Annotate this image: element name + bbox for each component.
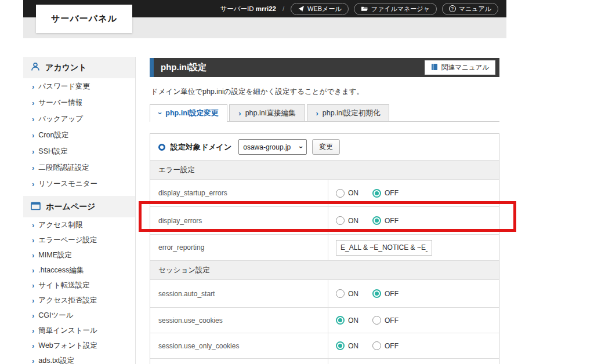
sidebar-item-label: アクセス拒否設定 [38, 296, 97, 305]
chevron-right-icon: › [32, 357, 34, 364]
filemanager-button[interactable]: ファイルマネージャ [354, 3, 437, 15]
change-button[interactable]: 変更 [312, 139, 340, 155]
chevron-right-icon: › [32, 342, 34, 350]
sidebar-item[interactable]: ›MIME設定 [23, 247, 135, 263]
domain-select[interactable]: osawa-group.jp › [238, 139, 307, 155]
sidebar-section-header: アカウント [23, 57, 135, 78]
sidebar-item[interactable]: ›サーバー情報 [23, 94, 135, 111]
webmail-button[interactable]: WEBメール [291, 3, 349, 15]
sidebar-item-label: エラーページ設定 [38, 235, 97, 245]
page-title: php.ini設定 [161, 62, 207, 73]
radio-off-option[interactable]: OFF [372, 189, 399, 198]
chevron-right-icon: › [32, 83, 34, 90]
radio-label: ON [348, 189, 358, 197]
sidebar-item[interactable]: ›エラーページ設定 [23, 232, 135, 247]
sidebar-item[interactable]: ›Webフォント設定 [23, 338, 135, 353]
section-label: エラー設定 [158, 165, 195, 175]
page-description: ドメイン単位でphp.iniの設定を細かく設定することができます。 [151, 87, 499, 97]
page-title-bar: php.ini設定 関連マニュアル [150, 58, 499, 77]
radio-on-icon[interactable] [336, 341, 345, 350]
radio-off-icon[interactable] [372, 316, 381, 325]
person-icon [31, 62, 40, 73]
radio-off-option[interactable]: OFF [372, 316, 399, 325]
radio-on-option[interactable]: ON [336, 316, 358, 325]
radio-off-option[interactable]: OFF [372, 289, 399, 298]
radio-off-option[interactable]: OFF [372, 341, 399, 350]
tab-phpini-initialize[interactable]: › php.ini設定初期化 [307, 104, 390, 121]
chevron-down-icon: › [298, 146, 305, 148]
setting-row: display_errorsONOFF [150, 206, 499, 234]
radio-on-option[interactable]: ON [336, 341, 358, 350]
sidebar-item[interactable]: ›パスワード変更 [23, 78, 135, 94]
domain-bullet-icon [158, 144, 165, 151]
sidebar-item[interactable]: ›SSH設定 [23, 143, 135, 159]
sidebar-item[interactable]: ›アクセス制限 [23, 217, 135, 232]
radio-on-option[interactable]: ON [336, 216, 358, 225]
radio-on-icon[interactable] [336, 289, 345, 298]
sidebar-item-label: CGIツール [38, 311, 73, 321]
sidebar-item-label: パスワード変更 [38, 82, 90, 92]
radio-on-icon[interactable] [336, 316, 345, 325]
sidebar-item[interactable]: ›リソースモニター [23, 176, 135, 192]
sidebar-item[interactable]: ›CGIツール [23, 308, 135, 323]
section-header-row: エラー設定 [150, 160, 499, 179]
setting-row: session.use_cookiesONOFF [150, 307, 499, 333]
radio-off-icon[interactable] [372, 189, 381, 198]
chevron-down-icon: › [157, 112, 164, 114]
manual-pill-button[interactable]: ? マニュアル [442, 3, 498, 15]
tab-phpini-direct-edit[interactable]: › php.ini直接編集 [229, 104, 305, 121]
chevron-right-icon: › [32, 132, 34, 139]
chevron-right-icon: › [32, 221, 34, 229]
setting-row: session.auto_startONOFF [150, 279, 499, 307]
setting-name: session.use_cookies [150, 308, 328, 333]
setting-name: error_reporting [150, 235, 328, 260]
folder-icon [361, 5, 368, 12]
related-manual-button[interactable]: 関連マニュアル [425, 60, 495, 75]
setting-name: session.use_only_cookies [150, 333, 328, 358]
sidebar-item-label: Webフォント設定 [38, 341, 97, 351]
tab-phpini-setting-change[interactable]: › php.ini設定変更 [150, 104, 227, 121]
radio-on-icon[interactable] [336, 216, 345, 225]
sidebar-item-label: ads.txt設定 [38, 356, 74, 364]
chevron-right-icon: › [316, 110, 318, 117]
radio-off-option[interactable]: OFF [372, 216, 399, 225]
chevron-right-icon: › [32, 164, 34, 172]
chevron-right-icon: › [32, 115, 34, 123]
section-header-row: セッション設定 [150, 260, 499, 279]
radio-off-icon[interactable] [372, 341, 381, 350]
chevron-right-icon: › [32, 99, 34, 107]
send-icon [298, 5, 305, 12]
sidebar-item-label: リソースモニター [38, 179, 97, 189]
setting-value-cell: ONOFF [328, 180, 499, 206]
setting-value-cell: ONOFF [328, 207, 499, 234]
server-panel-logo[interactable]: サーバーパネル [36, 5, 132, 33]
sidebar-item[interactable]: ›簡単インストール [23, 323, 135, 338]
chevron-right-icon: › [32, 236, 34, 244]
sidebar-item[interactable]: ›.htaccess編集 [23, 263, 135, 278]
sidebar-item[interactable]: ›サイト転送設定 [23, 278, 135, 293]
radio-label: ON [348, 316, 358, 325]
radio-on-option[interactable]: ON [336, 289, 358, 298]
setting-value-cell: ONOFF [328, 308, 499, 333]
settings-table: 設定対象ドメイン osawa-group.jp › 変更 エラー設定displa… [150, 133, 499, 364]
header-separator: / [282, 5, 284, 12]
radio-on-option[interactable]: ON [336, 189, 358, 198]
setting-value-cell [328, 235, 499, 260]
chevron-right-icon: › [32, 282, 34, 289]
setting-value-cell: ONOFF [328, 333, 499, 358]
radio-off-icon[interactable] [372, 289, 381, 298]
error_reporting-input[interactable] [336, 240, 432, 256]
sidebar-item[interactable]: ›ads.txt設定 [23, 353, 135, 364]
sidebar-item[interactable]: ›バックアップ [23, 111, 135, 127]
chevron-right-icon: › [238, 110, 241, 117]
setting-row: session.use_only_cookiesONOFF [150, 333, 499, 358]
setting-row: ONOFF [150, 358, 499, 364]
sidebar-item[interactable]: ›Cron設定 [23, 127, 135, 143]
sidebar-item-label: MIME設定 [38, 250, 72, 260]
sidebar-section-title: ホームページ [46, 202, 95, 212]
radio-on-icon[interactable] [336, 189, 345, 198]
sidebar-item-label: サーバー情報 [38, 98, 82, 108]
radio-off-icon[interactable] [372, 216, 381, 225]
sidebar-item[interactable]: ›二段階認証設定 [23, 159, 135, 176]
sidebar-item[interactable]: ›アクセス拒否設定 [23, 293, 135, 308]
